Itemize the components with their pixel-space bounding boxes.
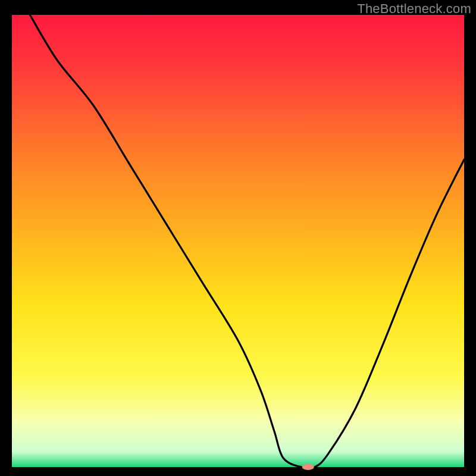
plot-background — [12, 15, 464, 467]
chart-container: TheBottleneck.com — [0, 0, 476, 476]
watermark-text: TheBottleneck.com — [357, 1, 471, 17]
bottleneck-chart — [0, 0, 476, 476]
optimal-point-marker — [302, 464, 314, 470]
